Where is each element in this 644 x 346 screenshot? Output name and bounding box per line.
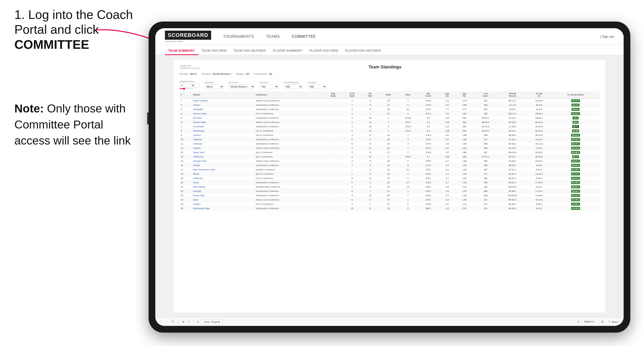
toolbar-expand-icon[interactable]: ✥ bbox=[601, 320, 604, 324]
cell-no-tour: 8 bbox=[362, 142, 379, 146]
cell-no-tour: 8 bbox=[362, 180, 379, 185]
sub-nav-team-h2h-heatmap[interactable]: TEAM H2H HEATMAP bbox=[230, 47, 270, 55]
col-adj-score: Adj.Score bbox=[418, 91, 438, 98]
cell-vs-top25: 8-14-0 bbox=[526, 176, 552, 180]
toolbar-bookmark[interactable]: ★ bbox=[182, 320, 185, 324]
cell-vs-top50: 33-29-1 bbox=[552, 137, 600, 142]
cell-overall: 59-39-1 bbox=[498, 189, 526, 193]
cell-vs-top25: 79-25-1 bbox=[526, 112, 552, 116]
cell-overall: 117-4-0 bbox=[498, 103, 526, 107]
school-control: School (All) bbox=[308, 81, 327, 89]
cell-conf-rank: 2 bbox=[343, 155, 362, 159]
cell-avg-sg: 3.8 bbox=[438, 189, 456, 193]
sub-nav-team-summary[interactable]: TEAM SUMMARY bbox=[165, 47, 198, 55]
cell-school: Ole Miss bbox=[192, 116, 254, 120]
min-rounds-slider[interactable] bbox=[180, 88, 194, 89]
nav-committee[interactable]: COMMITTEE bbox=[292, 33, 316, 40]
toolbar-share-small[interactable]: ⇧ bbox=[188, 320, 190, 324]
toolbar-clock-icon: ◷ bbox=[196, 320, 199, 324]
update-time-label: Update time: bbox=[180, 65, 200, 67]
cell-avg-sg: 5.8 bbox=[438, 185, 456, 189]
cell-vs-top25: 17-33-3 bbox=[526, 180, 552, 185]
cell-school: California bbox=[192, 176, 254, 180]
region-control: Region N/A bbox=[260, 81, 279, 89]
region-select[interactable]: N/A bbox=[260, 84, 279, 89]
gender-select[interactable]: Men's bbox=[204, 84, 224, 89]
cell-avg-rd: 2.77 bbox=[456, 107, 473, 112]
division-select[interactable]: NCAA Division I bbox=[228, 84, 255, 89]
cell-reg-rank: – bbox=[324, 120, 343, 124]
panel-header: Update time: 27/03/2024 16:56:26 Team St… bbox=[180, 65, 600, 70]
sub-nav-player-h2h-grid[interactable]: PLAYER H2H GRID bbox=[306, 47, 342, 55]
table-container: # School Conference RegRank ConfRank NoT… bbox=[180, 91, 600, 210]
cell-avg-rd: 1.21 bbox=[456, 202, 473, 206]
cell-vs-top25: 60-26-2 bbox=[526, 120, 552, 124]
cell-adj-score: 277.5 bbox=[418, 163, 438, 168]
cell-wins: 4 bbox=[398, 163, 418, 168]
toolbar-back[interactable]: ← bbox=[159, 320, 162, 324]
cell-rnds: 27 bbox=[379, 150, 398, 155]
cell-conference: Southeastern Conference bbox=[254, 206, 324, 210]
cell-avg-sg: 0.4 bbox=[438, 198, 456, 202]
gender-ctrl-label: Gender bbox=[204, 81, 224, 84]
cell-wins: 3 bbox=[398, 137, 418, 142]
cell-vs-top50: 40-38-2 bbox=[552, 150, 600, 155]
cell-conference: Southeastern Conference bbox=[254, 124, 324, 129]
conference-select[interactable]: (All) bbox=[284, 84, 303, 89]
cell-conf-rank: 1 bbox=[343, 172, 362, 176]
cell-vs-top25: 15-32-2 bbox=[526, 150, 552, 155]
nav-tournaments[interactable]: TOURNAMENTS bbox=[223, 33, 254, 40]
cell-conference: Southeastern Conference bbox=[254, 137, 324, 142]
cell-rnds: 1 bbox=[379, 116, 398, 120]
cell-rnds: 23 bbox=[379, 142, 398, 146]
cell-vs-top25: 13-24-1 bbox=[526, 137, 552, 142]
cell-wins: 276.3 bbox=[398, 129, 418, 133]
sign-out[interactable]: | Sign out bbox=[600, 35, 614, 38]
cell-rank: 25 bbox=[180, 202, 192, 206]
toolbar-watch[interactable]: Watch ▾ bbox=[583, 320, 595, 324]
cell-vs-top25: 4-21-0 bbox=[526, 206, 552, 210]
min-rounds-max[interactable] bbox=[190, 84, 200, 88]
school-select[interactable]: (All) bbox=[308, 84, 327, 89]
toolbar-share[interactable]: ⇧ Share bbox=[607, 320, 620, 324]
toolbar-home[interactable]: ⌂ bbox=[177, 320, 179, 324]
cell-overall: 30-15-1 bbox=[498, 155, 526, 159]
cell-no-tour: 8 bbox=[362, 133, 379, 137]
cell-avg-sg: 1.98 bbox=[438, 129, 456, 133]
table-row: 6Florida StateAtlantic Coast Conference–… bbox=[180, 120, 600, 124]
sub-nav-team-h2h-grid[interactable]: TEAM H2H GRID bbox=[198, 47, 230, 55]
cell-vs-top50: 27-17-1 bbox=[552, 172, 600, 176]
cell-vs-top50: 80.71 bbox=[552, 155, 600, 159]
cell-vs-top50: 33-44-3 bbox=[552, 193, 600, 198]
col-wins: Wins bbox=[398, 91, 418, 98]
toolbar-forward[interactable]: → bbox=[165, 320, 169, 324]
cell-vs-top50: 80.9 bbox=[552, 120, 600, 124]
instruction-bold: COMMITTEE bbox=[14, 37, 89, 51]
cell-rnds: 2 bbox=[379, 124, 398, 129]
min-rounds-min[interactable] bbox=[180, 84, 189, 88]
table-row: 1North CarolinaAtlantic Coast Conference… bbox=[180, 98, 600, 103]
min-rounds-input bbox=[180, 84, 200, 88]
toolbar-view-original[interactable]: View: Original bbox=[202, 320, 222, 324]
cell-avg-sg: 5.1 bbox=[438, 168, 456, 172]
nav-teams[interactable]: TEAMS bbox=[266, 33, 280, 40]
toolbar-reload[interactable]: ↻ bbox=[172, 320, 174, 324]
sub-nav-player-summary[interactable]: PLAYER SUMMARY bbox=[270, 47, 306, 55]
cell-overall: 109-24-2 bbox=[498, 185, 526, 189]
sub-nav-player-h2h-heatmap[interactable]: PLAYER H2H HEATMAP bbox=[342, 47, 384, 55]
cell-reg-rank: – bbox=[324, 107, 343, 112]
filter-conference: Conference: All bbox=[254, 72, 272, 75]
cell-adj-score: 276.9 bbox=[418, 150, 438, 155]
logo: SCOREBOARD bbox=[165, 31, 211, 40]
cell-low-score: 269 bbox=[473, 180, 498, 185]
tablet-frame: SCOREBOARD Powered by clippd TOURNAMENTS… bbox=[148, 21, 630, 333]
cell-no-tour: 18 bbox=[362, 124, 379, 129]
cell-adj-score: 274.2 bbox=[418, 112, 438, 116]
cell-vs-top25: 42-19-0 bbox=[526, 124, 552, 129]
cell-overall: 86-26-1 bbox=[498, 133, 526, 137]
cell-conference: Pac-12 Conference bbox=[254, 202, 324, 206]
cell-school: Alabama bbox=[192, 137, 254, 142]
cell-no-tour: 16 bbox=[362, 116, 379, 120]
slider-thumb bbox=[183, 88, 185, 90]
cell-overall: 104-43-3 bbox=[498, 150, 526, 155]
